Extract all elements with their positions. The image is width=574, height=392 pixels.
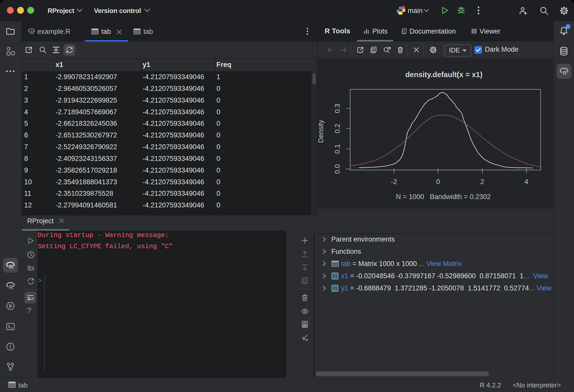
svg-text:4: 4: [524, 178, 528, 186]
svg-text:0.3: 0.3: [334, 104, 341, 113]
svg-text:0.1: 0.1: [334, 144, 341, 154]
svg-text:R: R: [30, 30, 34, 35]
svg-text:R: R: [9, 264, 13, 270]
svg-text:R: R: [563, 70, 567, 76]
svg-text:N = 1000 Bandwidth = 0.2302: N = 1000 Bandwidth = 0.2302: [396, 193, 491, 201]
svg-text:0.0: 0.0: [334, 164, 341, 174]
svg-text:0: 0: [436, 178, 440, 186]
svg-text:Density: Density: [317, 120, 325, 143]
svg-text:-2: -2: [391, 178, 397, 186]
svg-text:0.2: 0.2: [334, 124, 341, 133]
svg-text:2: 2: [480, 178, 484, 186]
svg-text:R: R: [9, 284, 13, 290]
svg-text:density.default(x = x1): density.default(x = x1): [405, 71, 482, 79]
